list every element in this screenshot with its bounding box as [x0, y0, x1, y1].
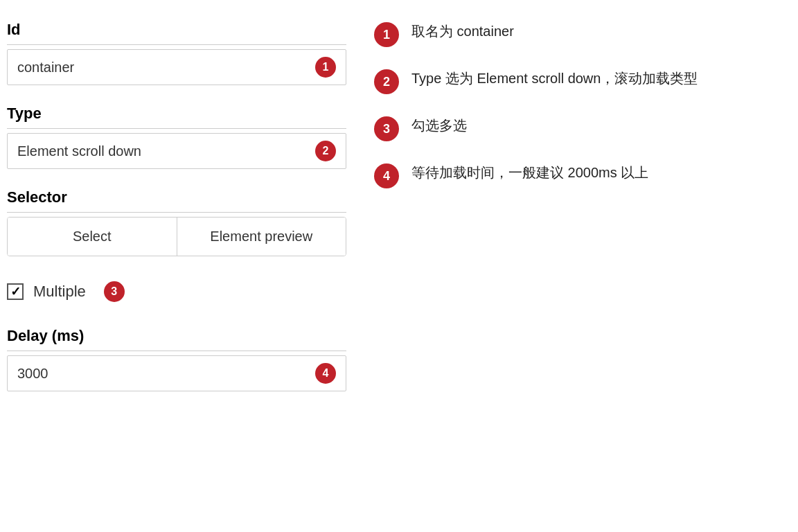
instruction-badge: 3 [374, 116, 399, 141]
delay-section: Delay (ms) 3000 4 [7, 327, 346, 391]
instruction-item: 3勾选多选 [374, 115, 777, 141]
selector-buttons-group: Select Element preview [7, 217, 346, 256]
selector-section: Selector Select Element preview [7, 188, 346, 256]
multiple-checkbox[interactable]: ✓ [7, 283, 24, 300]
instruction-item: 4等待加载时间，一般建议 2000ms 以上 [374, 162, 777, 188]
right-panel: 1取名为 container2Type 选为 Element scroll do… [360, 0, 798, 532]
delay-label: Delay (ms) [7, 327, 346, 345]
delay-badge: 4 [315, 363, 336, 384]
id-input-box[interactable]: container 1 [7, 49, 346, 85]
select-button[interactable]: Select [8, 218, 177, 256]
multiple-badge: 3 [104, 281, 125, 302]
id-badge: 1 [315, 57, 336, 78]
id-section: Id container 1 [7, 21, 346, 85]
checkbox-check-icon: ✓ [10, 284, 21, 299]
delay-value: 3000 [17, 366, 307, 382]
id-label: Id [7, 21, 346, 39]
delay-input-box[interactable]: 3000 4 [7, 355, 346, 391]
instruction-badge: 1 [374, 22, 399, 47]
instruction-item: 1取名为 container [374, 21, 777, 47]
selector-label: Selector [7, 188, 346, 206]
type-badge: 2 [315, 141, 336, 161]
type-input-box[interactable]: Element scroll down 2 [7, 133, 346, 169]
type-section: Type Element scroll down 2 [7, 105, 346, 169]
instruction-text: 勾选多选 [411, 115, 467, 136]
instruction-badge: 2 [374, 69, 399, 94]
instruction-badge: 4 [374, 163, 399, 188]
multiple-label: Multiple [33, 283, 86, 301]
multiple-row: ✓ Multiple 3 [7, 276, 346, 308]
instruction-text: 取名为 container [411, 21, 514, 42]
instruction-text: 等待加载时间，一般建议 2000ms 以上 [411, 162, 648, 183]
type-value: Element scroll down [17, 143, 307, 159]
instruction-list: 1取名为 container2Type 选为 Element scroll do… [374, 21, 777, 188]
type-label: Type [7, 105, 346, 123]
instruction-item: 2Type 选为 Element scroll down，滚动加载类型 [374, 68, 777, 94]
id-value: container [17, 60, 307, 76]
element-preview-button[interactable]: Element preview [177, 218, 346, 256]
instruction-text: Type 选为 Element scroll down，滚动加载类型 [411, 68, 698, 89]
left-panel: Id container 1 Type Element scroll down … [0, 0, 360, 532]
